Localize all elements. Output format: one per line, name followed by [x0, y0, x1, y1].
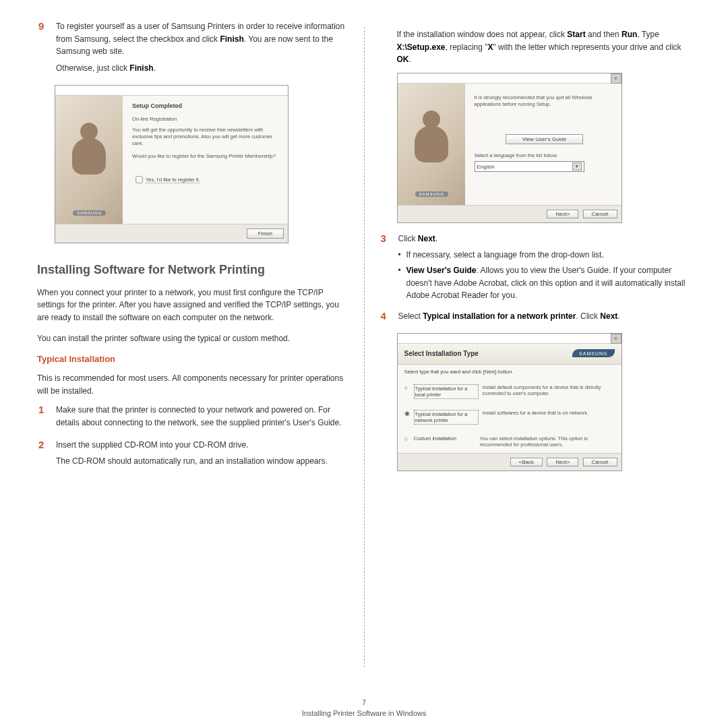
page-footer: 7 Installing Printer Software in Windows — [0, 698, 728, 717]
step-number: 3 — [380, 233, 398, 305]
text: . — [617, 311, 619, 321]
register-checkbox-row: Yes, I'd like to register it. — [132, 173, 278, 186]
install-instruction: Select type that you want and click [Nex… — [398, 365, 621, 379]
cancel-button[interactable]: Cancel — [583, 210, 617, 218]
view-guide-button[interactable]: View User's Guide — [506, 134, 583, 144]
language-value: English — [477, 164, 495, 170]
text: If the installation window does not appe… — [397, 30, 568, 39]
step-9: 9 To register yourself as a user of Sams… — [37, 20, 349, 78]
dialog-titlebar: × — [398, 73, 621, 84]
text: " with the letter which represents your … — [493, 42, 681, 52]
text: . Type — [637, 30, 659, 39]
reg-question: Would you like to register for the Samsu… — [132, 153, 278, 160]
text: Select — [398, 311, 423, 321]
dialog-content: Setup Completed On-line Registration You… — [123, 96, 288, 224]
next-button[interactable]: Next> — [547, 210, 578, 218]
radio-network[interactable]: ◉ — [404, 410, 414, 417]
bold: Finish — [220, 34, 243, 44]
bold: Next — [600, 311, 617, 321]
text: . — [154, 63, 156, 73]
dialog-content: It is strongly recommended that you quit… — [465, 84, 621, 205]
option-network-label: Typical installation for a network print… — [414, 410, 479, 425]
text: . — [435, 234, 437, 243]
step4-p: Select Typical installation for a networ… — [398, 310, 692, 323]
back-button[interactable]: <Back — [510, 458, 543, 466]
dialog-titlebar: × — [398, 334, 621, 344]
intro-p2: You can install the printer software usi… — [37, 332, 349, 345]
option-custom-desc: You can select installation options. Thi… — [476, 435, 615, 448]
bold: Next — [418, 234, 435, 243]
bold: X:\Setup.exe — [397, 42, 446, 52]
top-note: If the installation window does not appe… — [397, 28, 692, 66]
figure-icon — [69, 123, 109, 183]
option-network: ◉ Typical installation for a network pri… — [398, 404, 621, 430]
bullet-2: •View User's Guide: Allows you to view t… — [398, 264, 692, 302]
screenshot-install-type: × Select Installation Type SAMSUNG Selec… — [397, 333, 622, 471]
option-custom: ○ Custom installation You can select ins… — [398, 430, 621, 453]
option-local-desc: Install default components for a device … — [479, 384, 615, 396]
text: . — [409, 55, 411, 64]
step-number: 2 — [37, 439, 56, 472]
register-checkbox-label: Yes, I'd like to register it. — [146, 177, 200, 183]
subsection-heading: Typical Installation — [37, 354, 349, 364]
bold: X — [488, 42, 493, 52]
step-3: 3 Click Next. •If necessary, select a la… — [380, 233, 692, 305]
guide-button-row: View User's Guide — [475, 134, 612, 144]
radio-local[interactable]: ○ — [404, 384, 414, 391]
step3-p: Click Next. — [398, 233, 692, 245]
register-checkbox[interactable] — [135, 176, 142, 183]
samsung-logo: SAMSUNG — [572, 349, 614, 357]
dialog-sidebar: SAMSUNG — [398, 84, 465, 205]
page-number: 7 — [0, 698, 728, 706]
option-local-label: Typical installation for a local printer — [414, 384, 479, 399]
step-number: 4 — [380, 310, 398, 327]
bold: Start — [567, 30, 585, 39]
bold: View User's Guide — [406, 266, 477, 275]
radio-custom[interactable]: ○ — [404, 435, 414, 442]
step-number: 1 — [37, 404, 56, 433]
footer-title: Installing Printer Software in Windows — [0, 709, 728, 717]
reg-text: You will get the opportunity to receive … — [132, 127, 278, 146]
dialog-footer: <Back Next> Cancel — [398, 453, 621, 471]
step-1: 1 Make sure that the printer is connecte… — [37, 404, 349, 433]
bold: Finish — [129, 63, 153, 73]
step9-p1: To register yourself as a user of Samsun… — [56, 20, 349, 58]
language-label: Select a language from the list below. — [475, 152, 612, 159]
dialog-sidebar: SAMSUNG — [55, 96, 123, 224]
text: , replacing " — [446, 42, 488, 52]
bullet-1: •If necessary, select a language from th… — [398, 249, 692, 262]
step1-p: Make sure that the printer is connected … — [56, 404, 349, 429]
step-body: Make sure that the printer is connected … — [56, 404, 349, 433]
dialog-header: Select Installation Type SAMSUNG — [398, 344, 621, 365]
install-type-heading: Select Installation Type — [404, 350, 479, 357]
cancel-button[interactable]: Cancel — [583, 458, 617, 466]
language-select[interactable]: English ▾ — [475, 161, 584, 172]
setup-completed-heading: Setup Completed — [132, 102, 278, 109]
close-icon[interactable]: × — [611, 334, 621, 344]
close-icon[interactable]: × — [611, 73, 621, 84]
finish-button[interactable]: Finish — [247, 229, 284, 239]
language-row: Select a language from the list below. E… — [475, 152, 612, 172]
step-body: Click Next. •If necessary, select a lang… — [398, 233, 692, 305]
reg-heading: On-line Registration — [132, 116, 278, 123]
left-column: 9 To register yourself as a user of Sams… — [37, 20, 364, 674]
samsung-logo: SAMSUNG — [73, 210, 106, 216]
section-heading: Installing Software for Network Printing — [37, 262, 349, 278]
right-column: If the installation window does not appe… — [365, 20, 692, 674]
dialog-footer: Finish — [55, 224, 288, 243]
bold: Typical installation for a network print… — [423, 311, 576, 321]
intro-p1: When you connect your printer to a netwo… — [37, 286, 349, 324]
step-body: To register yourself as a user of Samsun… — [56, 20, 349, 78]
dialog-footer: Next> Cancel — [398, 205, 621, 222]
next-button[interactable]: Next> — [547, 458, 578, 466]
dialog-body: SAMSUNG Setup Completed On-line Registra… — [55, 96, 288, 224]
subsection-p: This is recommended for most users. All … — [37, 372, 349, 397]
recommend-text: It is strongly recommended that you quit… — [475, 94, 612, 108]
chevron-down-icon: ▾ — [572, 162, 582, 171]
step-number: 9 — [37, 20, 56, 78]
screenshot-language-select: × SAMSUNG It is strongly recommended tha… — [397, 73, 622, 223]
bold: Run — [621, 30, 637, 39]
text: and then — [586, 30, 621, 39]
text: . Click — [576, 311, 600, 321]
page-columns: 9 To register yourself as a user of Sams… — [0, 0, 728, 728]
